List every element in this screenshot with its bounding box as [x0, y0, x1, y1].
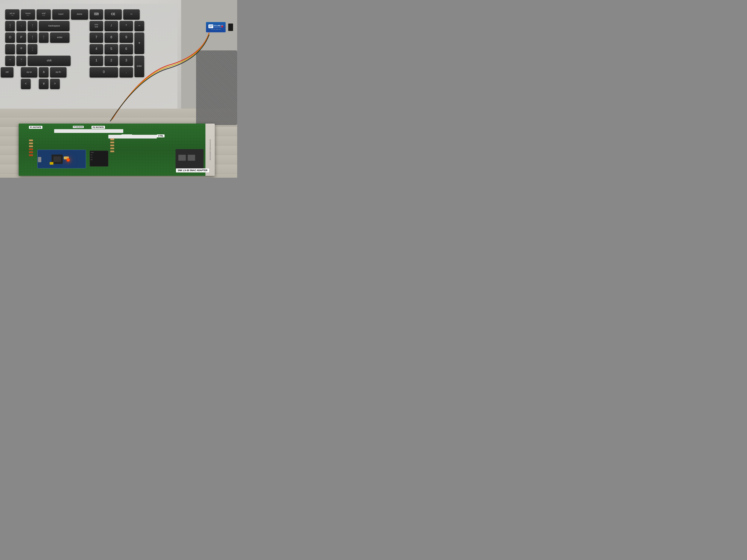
- laptop-body: prt sc F9 home F11 end F12 insert delete: [0, 0, 181, 119]
- resistor-red: [29, 151, 33, 153]
- pcb-label-p1rotate: P1 ROTATE: [29, 126, 43, 129]
- pcb-connector-block: GND 3V TX RX: [89, 151, 108, 166]
- key-semicolon[interactable]: : ;: [5, 44, 15, 54]
- connector-strip-top: [54, 129, 123, 133]
- key-delete[interactable]: delete: [71, 9, 88, 19]
- key-numlock[interactable]: num lock: [89, 21, 103, 31]
- key-lbrace[interactable]: { [: [28, 32, 37, 42]
- key-numslash[interactable]: /: [105, 21, 118, 31]
- key-numminus[interactable]: −: [134, 21, 144, 31]
- pcb-label-py: PY-9X15CM: [73, 126, 84, 128]
- key-tilde[interactable]: ~ #: [28, 44, 37, 54]
- key-o[interactable]: O: [5, 32, 15, 42]
- key-downarrow[interactable]: ∨: [39, 79, 49, 88]
- resistor: [29, 142, 33, 144]
- key-backspace[interactable]: backspace: [39, 21, 70, 31]
- stlink-device: ST ST-LINK V2 STM8 & STM32 RAT GND SWIM …: [204, 22, 233, 35]
- pcb-label-p2rotate: P2 ROTATE: [92, 126, 105, 129]
- key-num0[interactable]: 0: [89, 67, 118, 77]
- key-num3[interactable]: 3: [120, 56, 133, 65]
- key-pgdn[interactable]: pg dn: [50, 67, 67, 77]
- key-gt[interactable]: > .: [5, 56, 15, 65]
- resistor: [110, 148, 114, 149]
- pcb-board: P1 ROTATE PY-9X15CM P2 ROTATE P1 CTRL CT…: [19, 124, 215, 176]
- key-num4[interactable]: 4: [89, 44, 103, 54]
- stlink-body: ST ST-LINK V2 STM8 & STM32 RAT GND SWIM …: [206, 22, 226, 32]
- key-num9[interactable]: 9: [120, 32, 133, 42]
- key-p[interactable]: P: [17, 32, 26, 42]
- scene: prt sc F9 home F11 end F12 insert delete: [0, 0, 237, 178]
- stlink-logo: ST: [209, 25, 212, 28]
- key-ctrl[interactable]: ctrl: [1, 67, 14, 77]
- resistor: [110, 138, 114, 140]
- resistor: [110, 144, 114, 146]
- key-num6[interactable]: 6: [120, 44, 133, 54]
- key-num2[interactable]: 2: [105, 56, 118, 65]
- key-underscore[interactable]: _ -: [17, 21, 26, 31]
- snac-module: [176, 149, 204, 169]
- key-question[interactable]: ? /: [17, 56, 26, 65]
- resistor: [110, 151, 114, 152]
- key-num5[interactable]: 5: [105, 44, 118, 54]
- keyboard-area: prt sc F9 home F11 end F12 insert delete: [0, 4, 177, 117]
- usb-port-2: [188, 155, 195, 161]
- stlink-led: [222, 26, 223, 27]
- key-0top[interactable]: ) 0: [5, 21, 15, 31]
- stm32-module: [37, 150, 86, 168]
- key-leftarrow[interactable]: <: [21, 79, 31, 88]
- connector-strip-mid: [108, 135, 157, 138]
- key-enter[interactable]: enter: [50, 32, 70, 42]
- key-rbrace[interactable]: } ]: [39, 32, 49, 42]
- resistor: [110, 141, 114, 143]
- key-home[interactable]: home F11: [21, 9, 35, 19]
- key-numstar[interactable]: *: [120, 21, 133, 31]
- key-numdot[interactable]: .: [120, 67, 133, 77]
- key-numplus[interactable]: +: [134, 32, 144, 53]
- key-plus-top[interactable]: + =: [28, 21, 37, 31]
- pcb-side-numbers: 33213023827265242322219: [209, 139, 211, 160]
- usb-port: [178, 155, 186, 161]
- usb-connector: [38, 157, 41, 162]
- key-uparrow[interactable]: ∧: [39, 67, 49, 77]
- resistor: [29, 145, 33, 147]
- resistor: [29, 139, 33, 141]
- resistor-red: [29, 154, 33, 156]
- key-num1[interactable]: 1: [89, 56, 103, 65]
- key-num7[interactable]: 7: [89, 32, 103, 42]
- resistor-red: [29, 149, 33, 150]
- key-numenter[interactable]: enter: [134, 56, 144, 77]
- key-num8[interactable]: 8: [105, 32, 118, 42]
- key-plusminus[interactable]: +/-: [123, 9, 140, 19]
- key-shift[interactable]: shift: [28, 56, 71, 65]
- fabric-cloth: [196, 50, 237, 125]
- key-calc[interactable]: ⌨: [89, 9, 103, 19]
- stlink-connector: [228, 24, 233, 31]
- stm32-led: [67, 158, 70, 162]
- key-prtsc[interactable]: prt sc F9: [5, 9, 20, 19]
- key-insert[interactable]: insert: [52, 9, 70, 19]
- key-pgup[interactable]: pg up: [21, 67, 37, 77]
- key-at[interactable]: @ ': [17, 44, 26, 54]
- key-end[interactable]: end F12: [36, 9, 51, 19]
- pcb-right-strip: 33213023827265242322219: [205, 124, 215, 176]
- pcb-label-ctrl: CTRL: [157, 134, 164, 137]
- snac-adapter-label: SNK LS-30 SNAC ADAPTER: [176, 168, 209, 172]
- key-rightarrow[interactable]: >: [50, 79, 60, 88]
- yellow-component: [50, 162, 53, 165]
- key-CE[interactable]: CE: [105, 9, 122, 19]
